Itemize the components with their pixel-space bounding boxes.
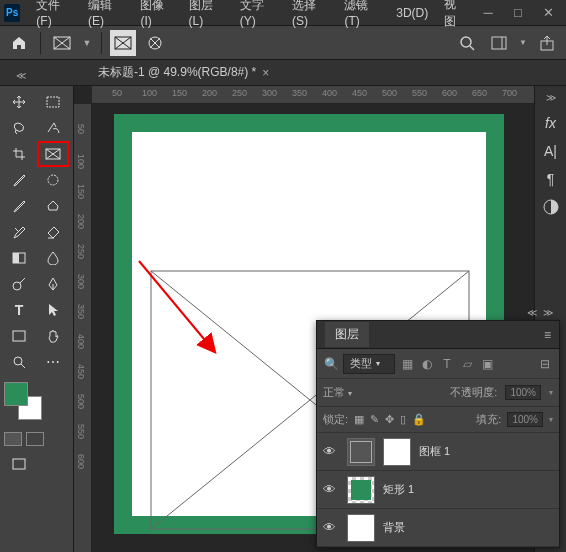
window-close[interactable]: ✕ [534,3,562,23]
visibility-toggle-icon[interactable]: 👁 [323,520,339,535]
path-select-tool[interactable] [38,298,68,322]
frame-rect-option[interactable] [49,30,75,56]
layer-thumbnail[interactable] [347,476,375,504]
color-panel-icon[interactable] [543,199,559,218]
menu-image[interactable]: 图像(I) [132,0,180,28]
layer-name[interactable]: 矩形 1 [383,482,414,497]
layer-row[interactable]: 👁 图框 1 [317,433,559,471]
window-minimize[interactable]: ─ [474,3,502,23]
menu-file[interactable]: 文件(F) [28,0,80,28]
layer-mask-thumbnail[interactable] [383,438,411,466]
lock-transparency-icon[interactable]: ▦ [354,413,364,426]
workspace-icon[interactable] [486,30,512,56]
close-tab-icon[interactable]: × [262,66,269,80]
menu-layer[interactable]: 图层(L) [181,0,232,28]
menu-3d[interactable]: 3D(D) [388,6,436,20]
eraser-tool[interactable] [38,220,68,244]
rectangle-tool[interactable] [4,324,34,348]
fill-label: 填充: [476,412,501,427]
filter-type-icon[interactable]: T [439,357,455,371]
filter-adjustment-icon[interactable]: ◐ [419,357,435,371]
visibility-toggle-icon[interactable]: 👁 [323,444,339,459]
history-brush-tool[interactable] [4,220,34,244]
filter-shape-icon[interactable]: ▱ [459,357,475,371]
chevron-down-icon[interactable]: ▼ [518,30,528,56]
frame-ellipse-icon[interactable] [142,30,168,56]
share-icon[interactable] [534,30,560,56]
lock-label: 锁定: [323,412,348,427]
filter-smart-icon[interactable]: ▣ [479,357,495,371]
filter-pixel-icon[interactable]: ▦ [399,357,415,371]
opacity-input[interactable]: 100% [505,385,541,400]
color-swatches[interactable] [4,382,44,422]
paragraph-panel-icon[interactable]: ¶ [547,171,555,187]
layer-thumbnail[interactable] [347,514,375,542]
layer-row[interactable]: 👁 背景 [317,509,559,547]
brush-tool[interactable] [4,194,34,218]
search-icon[interactable] [454,30,480,56]
layer-name[interactable]: 图框 1 [419,444,450,459]
home-icon[interactable] [6,30,32,56]
svg-rect-11 [492,37,506,49]
svg-line-22 [20,278,25,283]
blend-mode-select[interactable]: 正常 ▾ [323,385,383,400]
collapse-panel-icon[interactable]: ≪ [527,307,537,318]
filter-toggle-icon[interactable]: ⊟ [537,357,553,371]
layers-tab[interactable]: 图层 [325,322,369,347]
svg-point-18 [48,175,58,185]
lock-image-icon[interactable]: ✎ [370,413,379,426]
layers-panel: ≪ ≫ 图层 ≡ 🔍 类型▾ ▦ ◐ T ▱ ▣ ⊟ 正常 ▾ 不透明度: 10… [316,320,560,548]
hand-tool[interactable] [38,324,68,348]
ruler-horizontal: 50 100 150 200 250 300 350 400 450 500 5… [92,86,534,104]
layer-thumbnail[interactable] [347,438,375,466]
zoom-tool[interactable] [4,350,34,374]
chevron-down-icon[interactable]: ▼ [81,30,93,56]
eyedropper-tool[interactable] [4,168,34,192]
frame-rect-active-icon[interactable] [110,30,136,56]
lock-artboard-icon[interactable]: ▯ [400,413,406,426]
window-maximize[interactable]: □ [504,3,532,23]
quick-select-tool[interactable] [38,116,68,140]
marquee-tool[interactable] [38,90,68,114]
close-panel-icon[interactable]: ≫ [543,307,553,318]
menu-filter[interactable]: 滤镜(T) [336,0,388,28]
collapse-dock-icon[interactable]: ≫ [546,92,556,103]
menu-type[interactable]: 文字(Y) [232,0,284,28]
gradient-tool[interactable] [4,246,34,270]
frame-tool[interactable] [38,142,68,166]
collapse-toolbar-icon[interactable]: ≪ [16,70,26,81]
dodge-tool[interactable] [4,272,34,296]
menu-select[interactable]: 选择(S) [284,0,336,28]
fx-icon[interactable]: fx [545,115,556,131]
menu-view[interactable]: 视图 [436,0,474,30]
lock-position-icon[interactable]: ✥ [385,413,394,426]
layer-row[interactable]: 👁 矩形 1 [317,471,559,509]
filter-type-select[interactable]: 类型▾ [343,354,395,374]
toolbox: T ⋯ [0,86,74,552]
screen-mode-icon[interactable] [4,452,34,476]
opacity-label: 不透明度: [450,385,497,400]
clone-stamp-tool[interactable] [38,194,68,218]
quickmask-mode-icon[interactable] [26,432,44,446]
panel-menu-icon[interactable]: ≡ [544,328,551,342]
crop-tool[interactable] [4,142,34,166]
document-tab[interactable]: 未标题-1 @ 49.9%(RGB/8#) * × [90,64,277,81]
lock-all-icon[interactable]: 🔒 [412,413,426,426]
type-panel-icon[interactable]: A| [544,143,557,159]
edit-toolbar-icon[interactable]: ⋯ [38,350,68,374]
blur-tool[interactable] [38,246,68,270]
search-icon[interactable]: 🔍 [323,357,339,371]
svg-rect-14 [47,97,59,107]
type-tool[interactable]: T [4,298,34,322]
move-tool[interactable] [4,90,34,114]
pen-tool[interactable] [38,272,68,296]
layer-name[interactable]: 背景 [383,520,405,535]
lasso-tool[interactable] [4,116,34,140]
foreground-color[interactable] [4,382,28,406]
visibility-toggle-icon[interactable]: 👁 [323,482,339,497]
standard-mode-icon[interactable] [4,432,22,446]
menu-edit[interactable]: 编辑(E) [80,0,132,28]
fill-input[interactable]: 100% [507,412,543,427]
patch-tool[interactable] [38,168,68,192]
svg-point-21 [13,282,21,290]
